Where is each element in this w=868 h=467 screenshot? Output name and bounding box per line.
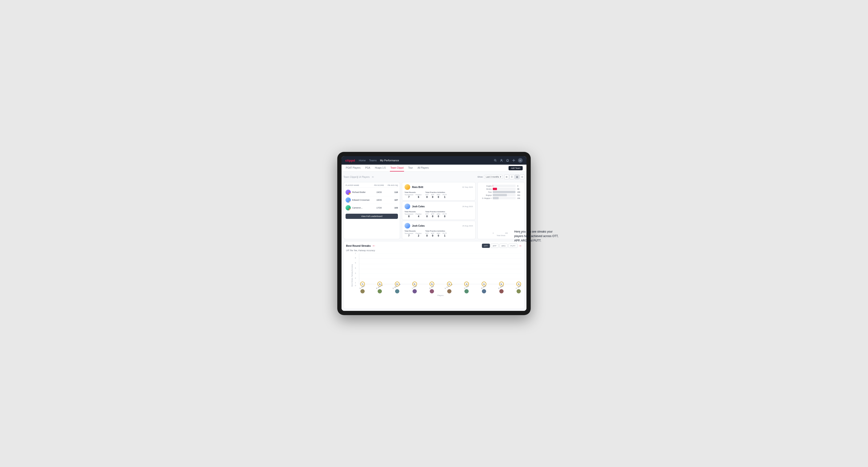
search-icon[interactable]	[493, 158, 497, 162]
streak-bubble: 4x	[482, 282, 486, 286]
card-header: Josh Coles 26 Aug 2023	[404, 223, 473, 228]
streak-bubble: 3x	[516, 282, 521, 286]
nav-home[interactable]: Home	[359, 158, 366, 162]
stat-row: Tournament 7 Practice 6	[404, 194, 422, 198]
player-avatar-dot	[499, 289, 503, 293]
pb-avg: 103	[386, 207, 398, 209]
bar-row-eagles: Eagles 3	[480, 185, 522, 187]
arrow-right-indicator-icon: →	[518, 244, 522, 248]
avatar: 3	[346, 205, 351, 210]
putt-metric-button[interactable]: PUTT	[508, 244, 518, 248]
settings-icon[interactable]	[512, 158, 516, 162]
ott-metric-button[interactable]: OTT	[482, 244, 490, 248]
show-controls: Show Last 3 months ▾ ⊞ ☰ ▤ ⊟	[477, 175, 525, 179]
bar-fill	[493, 194, 507, 196]
avatar: 1	[346, 190, 351, 195]
player-avatar-dot	[464, 289, 469, 293]
sub-nav-pgat[interactable]: PGAT Players	[345, 165, 361, 172]
pb-avg: 110	[386, 191, 398, 193]
streaks-header: Best Round Streaks ← OTT APP ARG PUTT →	[346, 244, 522, 248]
bar-row-bogeys: Bogeys 311	[480, 194, 522, 196]
player-avatar-dot	[482, 289, 486, 293]
sub-nav-tour[interactable]: Tour	[408, 165, 413, 172]
grid-view-btn[interactable]: ⊞	[504, 175, 509, 179]
stat-item: OTT 0	[425, 194, 429, 198]
user-icon[interactable]	[500, 158, 503, 162]
card-stats: Total Rounds Tournament 8 Practice	[404, 211, 473, 218]
bar-track	[493, 185, 516, 187]
streak-bubble: 6x	[395, 282, 400, 286]
main-content: Team Clippd | 14 Players ✏ Show Last 3 m…	[342, 172, 526, 311]
rank-badge: 2	[349, 200, 351, 203]
axis-label: 200	[505, 232, 508, 234]
top-nav: clippd Home Teams My Performance	[342, 156, 526, 165]
nav-my-performance[interactable]: My Performance	[380, 158, 399, 162]
nav-icons: U	[493, 158, 523, 163]
card-stats: Total Rounds Tournament 7 Practice	[404, 191, 473, 198]
list-view-btn[interactable]: ☰	[509, 175, 514, 179]
card-avatar	[404, 223, 410, 228]
bar-value: 131	[517, 197, 522, 199]
view-leaderboard-button[interactable]: View Full Leaderboard	[346, 214, 398, 219]
card-date: 26 Aug 2023	[462, 206, 473, 208]
leaderboard-header: PLAYER NAME PB SCORE PB AVG SQ	[346, 184, 398, 187]
stat-item: ARG 0	[437, 194, 440, 198]
streak-bubble: 5x	[430, 282, 434, 286]
streak-bubble: 4x	[447, 282, 452, 286]
sub-nav-pga[interactable]: PGA	[365, 165, 371, 172]
add-team-button[interactable]: Add Team	[508, 166, 523, 170]
show-label: Show	[477, 176, 483, 178]
stat-item: Tournament 8	[404, 213, 413, 218]
app-metric-button[interactable]: APP	[491, 244, 499, 248]
edit-icon[interactable]: ✏	[372, 176, 374, 178]
table-view-btn[interactable]: ⊟	[520, 175, 525, 179]
tablet-frame: clippd Home Teams My Performance	[337, 152, 531, 315]
y-tick: 2	[355, 277, 356, 279]
svg-point-2	[501, 159, 502, 161]
streak-bubble: 4x	[464, 282, 469, 286]
player-info: 1 Richard Butler	[346, 190, 372, 195]
player-name: Cameron...	[352, 207, 363, 209]
player-name: Richard Butler	[352, 191, 366, 193]
sub-nav-team-clippd[interactable]: Team Clippd	[390, 165, 404, 172]
user-avatar[interactable]: U	[518, 158, 523, 163]
stat-item: Practice 2	[415, 232, 422, 237]
streak-bubble: 6x	[377, 282, 382, 286]
streaks-title: Best Round Streaks ←	[346, 244, 376, 248]
bar-track	[493, 188, 516, 190]
stat-row: OTT 0 APP 0 ARG	[425, 232, 447, 237]
card-player-name: Josh Coles	[412, 224, 425, 227]
stat-item: PUTT 0	[442, 213, 447, 218]
player-card: Josh Coles 26 Aug 2023 Total Rounds Tour…	[402, 221, 475, 239]
card-stats: Total Rounds Tournament 7 Practice	[404, 230, 473, 237]
period-dropdown[interactable]: Last 3 months ▾	[484, 175, 503, 179]
sub-nav-hcaps[interactable]: Hcaps 1-5	[375, 165, 386, 172]
streak-bubble: 3x	[499, 282, 504, 286]
rank-badge: 3	[349, 208, 351, 210]
stat-item: OTT 0	[425, 213, 429, 218]
bell-icon[interactable]	[506, 158, 509, 162]
arg-metric-button[interactable]: ARG	[499, 244, 507, 248]
leaderboard-panel: PLAYER NAME PB SCORE PB AVG SQ 1	[343, 182, 400, 239]
y-tick: 7	[355, 253, 356, 254]
pb-score: 17/20	[372, 207, 386, 209]
stat-item: APP 0	[431, 213, 434, 218]
card-view-btn[interactable]: ▤	[515, 175, 519, 179]
sub-nav-all-players[interactable]: All Players	[417, 165, 429, 172]
nav-teams[interactable]: Teams	[369, 158, 377, 162]
practice-activities-group: Total Practice Activities OTT 0 APP	[425, 211, 447, 218]
player-avatar-dot	[517, 289, 521, 293]
player-avatar-dot	[361, 289, 365, 293]
card-avatar	[404, 184, 410, 190]
bar-value: 311	[517, 194, 522, 196]
stat-item: APP 0	[431, 194, 434, 198]
bar-row-pars: Pars 499	[480, 191, 522, 193]
stat-item: APP 0	[431, 232, 434, 237]
player-avatar-dot	[395, 289, 399, 293]
practice-activities-group: Total Practice Activities OTT 0 APP	[425, 191, 447, 198]
svg-point-3	[513, 160, 514, 161]
bar-row-birdies: Birdies 96	[480, 188, 522, 190]
card-header: Josh Coles 26 Aug 2023	[404, 204, 473, 209]
stat-row: OTT 0 APP 0 ARG	[425, 194, 447, 198]
stat-row: OTT 0 APP 0 ARG	[425, 213, 447, 218]
